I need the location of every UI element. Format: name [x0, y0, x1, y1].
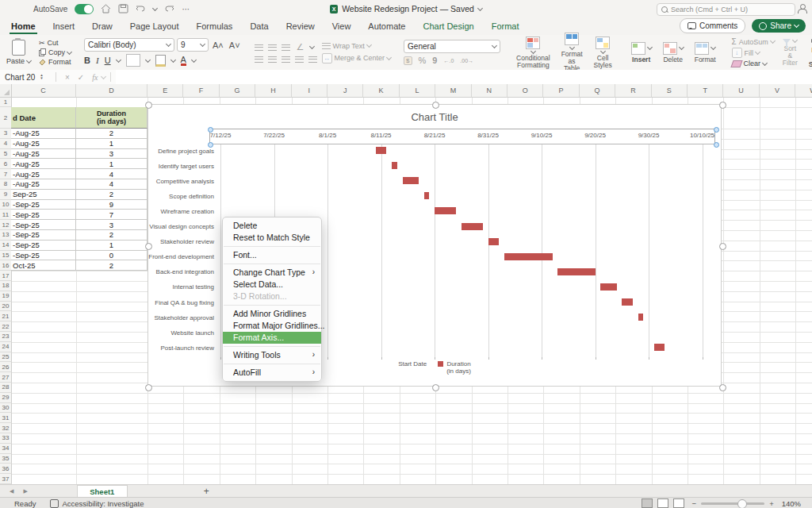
row-header-17[interactable]: 17 [0, 271, 12, 281]
cell-D3[interactable]: 2 [76, 129, 147, 139]
row-header-28[interactable]: 28 [0, 383, 12, 393]
menu-item-reset-to-match-style[interactable]: Reset to Match Style [223, 232, 321, 244]
row-header-29[interactable]: 29 [0, 393, 12, 403]
row-header-36[interactable]: 36 [0, 464, 12, 474]
undo-chevron-icon[interactable] [152, 5, 158, 10]
row-header-18[interactable]: 18 [0, 281, 12, 291]
column-header-C[interactable]: C [11, 84, 76, 98]
cell-D2[interactable]: Duration(in days) [76, 107, 147, 129]
comma-icon[interactable]: 9 [432, 56, 437, 65]
column-header-L[interactable]: L [400, 84, 435, 98]
column-header-K[interactable]: K [363, 84, 399, 98]
column-header-G[interactable]: G [220, 84, 255, 98]
sheet-tab-sheet1[interactable]: Sheet1 [77, 485, 128, 498]
align-right-icon[interactable] [282, 56, 290, 63]
align-bottom-icon[interactable] [282, 44, 290, 51]
cell-C2[interactable]: d Date [11, 107, 76, 129]
cell-C3[interactable]: -Aug-25 [11, 129, 76, 139]
row-header-8[interactable]: 8 [0, 179, 12, 190]
gantt-bar[interactable] [504, 253, 553, 260]
chart-resize-handle[interactable] [145, 243, 152, 250]
gantt-bar[interactable] [654, 344, 665, 351]
tab-home[interactable]: Home [11, 18, 36, 34]
chart-resize-handle[interactable] [719, 384, 726, 391]
cell-C13[interactable]: -Sep-25 [11, 230, 76, 241]
tab-scroll-right-icon[interactable]: ▶ [23, 488, 27, 495]
number-format-select[interactable]: General [404, 40, 500, 53]
row-header-22[interactable]: 22 [0, 321, 12, 332]
column-header-M[interactable]: M [435, 84, 471, 98]
row-header-30[interactable]: 30 [0, 403, 12, 414]
cell-C9[interactable]: Sep-25 [11, 190, 76, 200]
paste-button[interactable]: Paste [3, 38, 34, 67]
row-header-3[interactable]: 3 [0, 129, 12, 139]
menu-item-format-axis[interactable]: Format Axis... [223, 332, 321, 344]
fill-color-button[interactable] [155, 55, 166, 67]
gantt-bar[interactable] [600, 283, 616, 291]
delete-cells-button[interactable]: Delete [660, 40, 687, 65]
gantt-bar[interactable] [557, 268, 595, 275]
row-header-7[interactable]: 7 [0, 169, 12, 179]
column-header-V[interactable]: V [760, 84, 795, 98]
insert-cells-button[interactable]: Insert [628, 40, 655, 65]
menu-item-autofill[interactable]: AutoFill› [223, 367, 321, 379]
insert-function-icon[interactable]: fx [92, 73, 98, 82]
row-header-15[interactable]: 15 [0, 251, 12, 261]
column-header-U[interactable]: U [723, 84, 759, 98]
align-center-icon[interactable] [268, 56, 277, 63]
cell-C14[interactable]: -Sep-25 [11, 241, 76, 251]
row-header-13[interactable]: 13 [0, 230, 12, 241]
font-size-select[interactable]: 9 [177, 38, 209, 52]
normal-view-icon[interactable] [642, 498, 653, 508]
row-header-37[interactable]: 37 [0, 474, 12, 484]
chart-resize-handle[interactable] [719, 102, 726, 109]
chart-resize-handle[interactable] [432, 384, 439, 391]
axis-selection-handle[interactable] [714, 142, 719, 148]
cell-C7[interactable]: -Aug-25 [11, 169, 76, 179]
comments-button[interactable]: Comments [680, 18, 745, 33]
share-button[interactable]: Share [752, 19, 806, 33]
indent-decrease-icon[interactable] [295, 56, 304, 63]
find-select-button[interactable]: Find & Select [806, 35, 812, 70]
zoom-out-button[interactable]: − [692, 499, 697, 508]
shrink-font-button[interactable]: A˅ [228, 40, 242, 50]
format-as-table-button[interactable]: Format as Table [558, 31, 586, 74]
autosum-button[interactable]: ΣAutoSum [732, 37, 775, 46]
row-header-9[interactable]: 9 [0, 190, 12, 200]
page-break-view-icon[interactable] [673, 498, 684, 508]
align-middle-icon[interactable] [268, 44, 277, 51]
select-all-corner[interactable] [0, 84, 12, 98]
redo-icon[interactable] [164, 4, 174, 13]
tab-chart-design[interactable]: Chart Design [423, 18, 473, 34]
row-header-16[interactable]: 16 [0, 260, 12, 271]
gantt-bar[interactable] [462, 223, 483, 230]
column-header-S[interactable]: S [652, 84, 688, 98]
document-title[interactable]: Website Redesign Project — Saved [342, 4, 474, 13]
formula-input[interactable] [116, 70, 812, 84]
cell-C16[interactable]: Oct-25 [11, 260, 76, 271]
column-header-N[interactable]: N [472, 84, 508, 98]
gantt-bar[interactable] [488, 238, 500, 245]
cell-styles-button[interactable]: Cell Styles [591, 35, 615, 71]
add-sheet-button[interactable]: + [204, 486, 209, 497]
chart-resize-handle[interactable] [145, 384, 152, 391]
gantt-bar[interactable] [622, 298, 633, 306]
borders-icon[interactable] [126, 54, 140, 67]
axis-selection-handle[interactable] [714, 127, 719, 133]
chart-resize-handle[interactable] [145, 102, 152, 109]
cell-C6[interactable]: -Aug-25 [11, 159, 76, 169]
name-box[interactable]: Chart 20 ▲▼ [0, 70, 51, 84]
tab-insert[interactable]: Insert [53, 18, 75, 34]
row-header-6[interactable]: 6 [0, 159, 12, 169]
row-header-24[interactable]: 24 [0, 342, 12, 352]
save-icon[interactable] [118, 4, 128, 13]
font-name-select[interactable]: Calibri (Body) [84, 38, 174, 52]
row-header-14[interactable]: 14 [0, 241, 12, 251]
zoom-slider[interactable] [701, 502, 764, 505]
gantt-bar[interactable] [392, 162, 397, 169]
undo-icon[interactable] [136, 4, 146, 13]
grow-font-button[interactable]: A˄ [211, 40, 225, 50]
row-header-31[interactable]: 31 [0, 413, 12, 423]
tab-automate[interactable]: Automate [368, 18, 405, 34]
chart-resize-handle[interactable] [432, 102, 439, 109]
